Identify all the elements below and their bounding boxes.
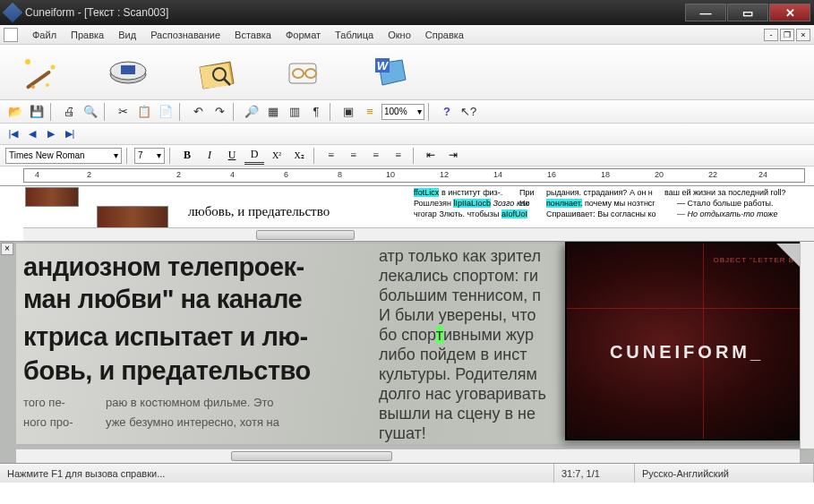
font-combo[interactable]: Times New Roman▾ — [5, 148, 122, 164]
cut-button[interactable]: ✂ — [113, 102, 133, 122]
mdi-restore-button[interactable]: ❐ — [780, 29, 794, 41]
app-icon — [3, 3, 23, 23]
format-toolbar: Times New Roman▾ 7▾ B I U D X² X₂ ≡ ≡ ≡ … — [0, 145, 814, 167]
menu-window[interactable]: Окно — [381, 28, 418, 42]
navigation-toolbar: |◀ ◀ ▶ ▶| — [0, 124, 814, 145]
redo-button[interactable]: ↷ — [210, 102, 229, 122]
last-button[interactable]: ▶| — [62, 126, 78, 142]
text-fragment[interactable]: любовь, и предательство — [188, 204, 330, 219]
svg-rect-7 — [121, 65, 135, 74]
standard-toolbar: 📂 💾 🖨 🔍 ✂ 📋 📄 ↶ ↷ 🔎 ▦ ▥ ¶ ▣ ≡ 100%▾ ? ↖? — [0, 100, 814, 124]
menu-table[interactable]: Таблица — [328, 28, 381, 42]
image-panel: × андиозном телепроек- ман любви" на кан… — [0, 242, 814, 463]
scan-button[interactable] — [97, 51, 159, 94]
main-toolbar: W — [0, 45, 814, 100]
table-button[interactable]: ▦ — [263, 102, 283, 122]
status-language: Русско-Английский — [635, 464, 814, 483]
paragraph-button[interactable]: ¶ — [306, 102, 326, 122]
svg-point-3 — [46, 83, 49, 87]
minimize-button[interactable]: — — [685, 4, 726, 21]
svg-point-1 — [25, 59, 30, 64]
menu-edit[interactable]: Правка — [64, 28, 111, 42]
preview-button[interactable]: 🔍 — [81, 102, 100, 122]
mdi-minimize-button[interactable]: - — [764, 29, 778, 41]
help-button[interactable]: ? — [437, 102, 457, 122]
next-button[interactable]: ▶ — [43, 126, 59, 142]
export-word-button[interactable]: W — [360, 51, 423, 94]
menu-format[interactable]: Формат — [278, 28, 328, 42]
align-center-button[interactable]: ≡ — [344, 147, 364, 165]
outdent-button[interactable]: ⇤ — [421, 147, 441, 165]
align-justify-button[interactable]: ≡ — [389, 147, 408, 165]
menu-bar: Файл Правка Вид Распознавание Вставка Фо… — [0, 25, 814, 45]
overlay-brand: CUNEIFORM_ — [567, 342, 807, 363]
underline-button[interactable]: U — [222, 147, 242, 165]
window-title: Cuneiform - [Текст : Scan003] — [25, 6, 684, 19]
menu-file[interactable]: Файл — [25, 28, 64, 42]
fullscreen-button[interactable]: ▣ — [338, 102, 358, 122]
svg-point-4 — [31, 85, 35, 89]
italic-button[interactable]: I — [200, 147, 219, 165]
scrollbar-vertical[interactable] — [800, 242, 814, 448]
context-help-button[interactable]: ↖? — [458, 102, 478, 122]
open-image-button[interactable] — [184, 51, 247, 94]
fragment-image — [97, 206, 168, 229]
zoom-combo[interactable]: 100%▾ — [381, 104, 424, 120]
fontsize-combo[interactable]: 7▾ — [134, 148, 165, 164]
highlight-button[interactable]: ≡ — [360, 102, 380, 122]
prev-button[interactable]: ◀ — [24, 126, 40, 142]
first-button[interactable]: |◀ — [5, 126, 21, 142]
menu-recognition[interactable]: Распознавание — [143, 28, 227, 42]
open-button[interactable]: 📂 — [5, 102, 25, 122]
status-bar: Нажмите F1 для вызова справки... 31:7, 1… — [0, 463, 814, 483]
print-button[interactable]: 🖨 — [59, 102, 79, 122]
panel-close-button[interactable]: × — [1, 243, 13, 255]
text-panel[interactable]: любовь, и предательство ffotLicx в инсти… — [0, 186, 814, 242]
indent-button[interactable]: ⇥ — [443, 147, 463, 165]
subscript-button[interactable]: X₂ — [289, 147, 309, 165]
title-bar: Cuneiform - [Текст : Scan003] — ▭ ✕ — [0, 0, 814, 25]
status-position: 31:7, 1/1 — [554, 464, 635, 483]
save-button[interactable]: 💾 — [27, 102, 47, 122]
bold-button[interactable]: B — [177, 147, 197, 165]
menu-help[interactable]: Справка — [418, 28, 471, 42]
fragment-image — [25, 187, 79, 207]
mdi-close-button[interactable]: × — [796, 29, 810, 41]
paste-button[interactable]: 📄 — [156, 102, 176, 122]
wizard-button[interactable] — [9, 51, 72, 94]
recognize-button[interactable] — [272, 51, 335, 94]
align-left-button[interactable]: ≡ — [321, 147, 341, 165]
superscript-button[interactable]: X² — [267, 147, 287, 165]
dunderline-button[interactable]: D — [244, 147, 264, 165]
menu-view[interactable]: Вид — [111, 28, 143, 42]
scrollbar-horizontal[interactable] — [16, 448, 800, 463]
splash-overlay: OBJECT "LETTER B" CUNEIFORM_ — [565, 242, 809, 440]
svg-point-2 — [51, 64, 56, 69]
ruler[interactable]: 4 2 2 4 6 8 10 12 14 16 18 20 22 24 — [0, 167, 814, 186]
svg-text:W: W — [377, 59, 390, 73]
maximize-button[interactable]: ▭ — [727, 4, 768, 21]
copy-button[interactable]: 📋 — [134, 102, 154, 122]
close-button[interactable]: ✕ — [769, 4, 810, 21]
columns-button[interactable]: ▥ — [285, 102, 304, 122]
undo-button[interactable]: ↶ — [188, 102, 208, 122]
status-help-text: Нажмите F1 для вызова справки... — [0, 464, 554, 483]
menu-insert[interactable]: Вставка — [227, 28, 278, 42]
document-icon[interactable] — [4, 28, 18, 42]
align-right-button[interactable]: ≡ — [366, 147, 386, 165]
scrollbar-horizontal[interactable] — [23, 227, 814, 241]
find-button[interactable]: 🔎 — [242, 102, 261, 122]
